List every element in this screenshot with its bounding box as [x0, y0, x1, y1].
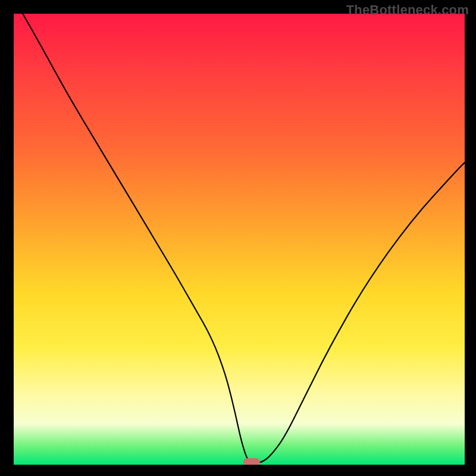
bottleneck-curve — [14, 14, 465, 465]
chart-frame: TheBottleneck.com — [0, 0, 476, 476]
watermark-text: TheBottleneck.com — [346, 2, 469, 18]
optimal-marker — [243, 458, 260, 465]
plot-area — [14, 14, 465, 465]
